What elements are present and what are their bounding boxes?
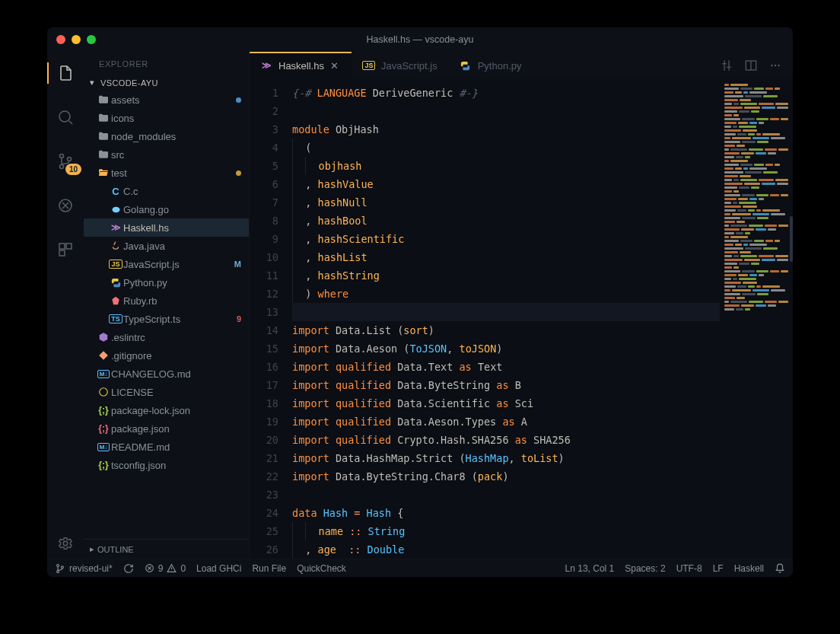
svg-point-2 [60, 165, 64, 169]
file-package-lock-json[interactable]: {;}package-lock.json [84, 401, 249, 419]
file-label: Haskell.hs [123, 222, 241, 234]
file-changelog-md[interactable]: M↓CHANGELOG.md [84, 365, 249, 383]
svg-point-17 [61, 566, 63, 568]
close-window-button[interactable] [56, 35, 65, 44]
file-label: .gitignore [111, 350, 241, 362]
code-line[interactable]: import qualified Data.ByteString as B [292, 376, 720, 394]
svg-point-13 [775, 65, 776, 66]
branch-name: revised-ui* [69, 563, 113, 574]
activity-extensions[interactable] [47, 234, 84, 265]
tab-label: Python.py [478, 60, 522, 72]
code-line[interactable]: import Data.List (sort) [292, 321, 720, 339]
file-golang-go[interactable]: Golang.go [84, 200, 249, 218]
folder-src[interactable]: src [84, 145, 249, 164]
code-line[interactable]: , hashValue [292, 175, 720, 193]
code-line[interactable]: , hashString [292, 266, 720, 285]
code-line[interactable]: , hashBool [292, 212, 720, 230]
activity-debug[interactable] [47, 190, 84, 221]
split-editor-icon[interactable] [744, 59, 758, 72]
c-icon: C [108, 186, 123, 197]
code-line[interactable]: import qualified Data.Scientific as Sci [292, 394, 720, 413]
code-line[interactable] [292, 303, 720, 321]
code-line[interactable]: ( [292, 139, 720, 157]
status-task-ghci[interactable]: Load GHCi [196, 563, 241, 574]
file-label: assets [111, 94, 233, 106]
status-task-quickcheck[interactable]: QuickCheck [297, 563, 346, 574]
code-line[interactable]: module ObjHash [292, 120, 720, 139]
haskell-icon: ≫ [108, 222, 123, 233]
minimize-window-button[interactable] [72, 35, 81, 44]
folder-test[interactable]: test [84, 164, 249, 182]
code-editor[interactable]: 1234567891011121314151617181920212223242… [250, 79, 793, 559]
file--eslintrc[interactable]: .eslintrc [84, 328, 249, 346]
code-line[interactable]: import Data.Aeson (ToJSON, toJSON) [292, 339, 720, 358]
code-line[interactable]: , hashScientific [292, 230, 720, 248]
file-c-c[interactable]: CC.c [84, 182, 249, 200]
tab-python-py[interactable]: Python.py [449, 52, 533, 79]
code-line[interactable]: data Hash = Hash { [292, 504, 720, 522]
code-line[interactable]: import qualified Data.Text as Text [292, 358, 720, 376]
code-content[interactable]: {-# LANGUAGE DeriveGeneric #-}module Obj… [292, 79, 720, 559]
more-actions-icon[interactable] [768, 59, 782, 72]
editor-actions [709, 52, 793, 79]
tab-haskell-hs[interactable]: ≫Haskell.hs✕ [250, 52, 352, 79]
file-readme-md[interactable]: M↓README.md [84, 438, 249, 456]
folder-icons[interactable]: icons [84, 109, 249, 127]
folder-assets[interactable]: assets [84, 91, 249, 109]
status-encoding[interactable]: UTF-8 [676, 563, 702, 574]
python-icon [108, 277, 123, 288]
code-line[interactable]: objhash [292, 157, 720, 175]
activity-scm[interactable]: 10 [47, 146, 84, 177]
outline-header[interactable]: ▸ OUTLINE [84, 539, 249, 559]
code-line[interactable]: ) where [292, 285, 720, 303]
maximize-window-button[interactable] [87, 35, 96, 44]
code-line[interactable]: import Data.ByteString.Char8 (pack) [292, 467, 720, 486]
chevron-right-icon: ▸ [90, 544, 94, 554]
code-line[interactable]: import qualified Crypto.Hash.SHA256 as S… [292, 431, 720, 449]
status-branch[interactable]: revised-ui* [55, 563, 113, 574]
tab-javascript-js[interactable]: JSJavaScript.js [352, 52, 449, 79]
file-tsconfig-json[interactable]: {;}tsconfig.json [84, 456, 249, 474]
file-ruby-rb[interactable]: Ruby.rb [84, 292, 249, 310]
file-java-java[interactable]: Java.java [84, 237, 249, 255]
ruby-icon [108, 295, 123, 306]
code-line[interactable]: name :: String [292, 522, 720, 540]
code-line[interactable]: , age :: Double [292, 540, 720, 559]
svg-point-1 [60, 155, 64, 158]
code-line[interactable]: import Data.HashMap.Strict (HashMap, toL… [292, 449, 720, 467]
code-line[interactable]: , hashList [292, 248, 720, 266]
svg-point-16 [57, 570, 59, 572]
code-line[interactable] [292, 102, 720, 120]
svg-point-15 [57, 564, 59, 566]
status-eol[interactable]: LF [713, 563, 724, 574]
status-sync[interactable] [123, 563, 134, 574]
status-feedback[interactable] [775, 563, 785, 574]
error-count: 9 [158, 563, 164, 574]
activity-settings[interactable] [47, 528, 84, 559]
code-line[interactable] [292, 486, 720, 504]
status-task-runfile[interactable]: Run File [252, 563, 286, 574]
file-javascript-js[interactable]: JSJavaScript.jsM [84, 255, 249, 273]
file--gitignore[interactable]: .gitignore [84, 346, 249, 365]
file-package-json[interactable]: {;}package.json [84, 419, 249, 438]
folder-node-modules[interactable]: node_modules [84, 127, 249, 145]
file-license[interactable]: LICENSE [84, 383, 249, 401]
status-language[interactable]: Haskell [734, 563, 764, 574]
minimap[interactable] [720, 79, 793, 559]
compare-changes-icon[interactable] [720, 59, 733, 72]
workspace-header[interactable]: ▾ VSCODE-AYU [84, 75, 249, 91]
minimap-viewport[interactable] [790, 216, 793, 262]
file-typescript-ts[interactable]: TSTypeScript.ts9 [84, 310, 249, 328]
close-icon[interactable]: ✕ [330, 60, 341, 72]
status-cursor-position[interactable]: Ln 13, Col 1 [565, 563, 615, 574]
branch-icon [55, 563, 65, 574]
file-haskell-hs[interactable]: ≫Haskell.hs [84, 218, 249, 237]
code-line[interactable]: import qualified Data.Aeson.Types as A [292, 413, 720, 431]
code-line[interactable]: , hashNull [292, 193, 720, 212]
activity-search[interactable] [47, 102, 84, 132]
status-problems[interactable]: 9 0 [145, 563, 186, 574]
status-indentation[interactable]: Spaces: 2 [625, 563, 665, 574]
file-python-py[interactable]: Python.py [84, 273, 249, 292]
activity-explorer[interactable] [47, 58, 84, 88]
code-line[interactable]: {-# LANGUAGE DeriveGeneric #-} [292, 84, 720, 102]
